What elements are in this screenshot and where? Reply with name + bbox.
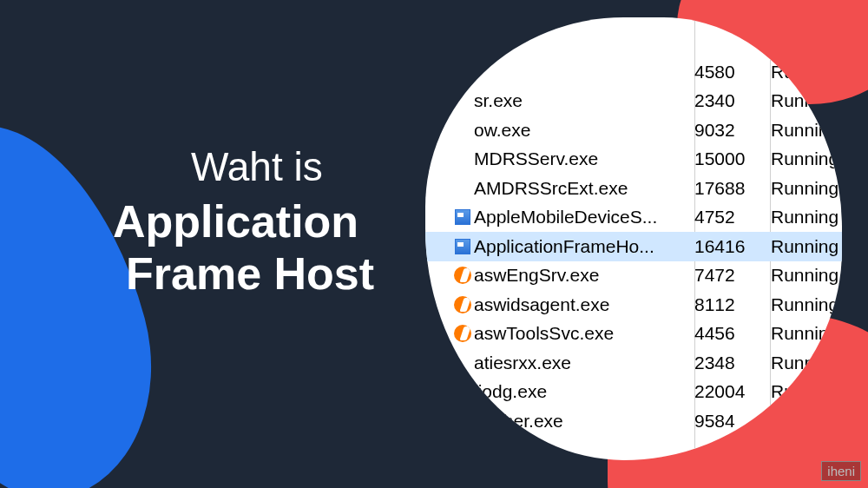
process-name: atiesrxx.exe (474, 353, 694, 373)
process-pid: 8112 (694, 294, 771, 315)
process-row[interactable]: aswidsagent.exe8112Running (425, 290, 842, 320)
process-pid: 22004 (694, 381, 771, 402)
process-row[interactable]: aswEngSrv.exe7472Running (425, 261, 842, 291)
process-name: sr.exe (474, 90, 694, 111)
process-row[interactable]: ApplicationFrameHo...16416Running (425, 232, 842, 261)
process-name: AppleMobileDeviceS... (474, 207, 694, 228)
process-row[interactable]: AppleMobileDeviceS...4752Running (425, 203, 842, 233)
process-row[interactable]: sr.exe2340Running (425, 87, 842, 116)
process-pid: 9032 (694, 120, 771, 141)
process-row[interactable]: MDRSServ.exe15000Running (425, 145, 842, 175)
title-line-2: Application (113, 195, 374, 247)
process-status: Running (771, 294, 842, 315)
process-pid: 15000 (694, 148, 771, 169)
process-status: Running (771, 265, 842, 286)
process-pid: 7472 (694, 265, 771, 286)
process-row[interactable]: atiesrxx.exe2348Runnin (425, 348, 842, 378)
process-row[interactable]: AMDRSSrcExt.exe17688Running (425, 174, 842, 203)
process-pid: 4456 (694, 323, 771, 344)
process-icon-cell (451, 325, 474, 342)
process-name: aswEngSrv.exe (474, 265, 694, 286)
process-pid: 4580 (694, 62, 771, 82)
process-name: aswToolsSvc.exe (474, 323, 694, 344)
title-line-1: Waht is (191, 143, 374, 190)
process-name: liodg.exe (474, 381, 694, 402)
process-name: ApplicationFrameHo... (474, 236, 694, 257)
process-pid: 2340 (694, 90, 771, 111)
process-name: aswidsagent.exe (474, 294, 694, 315)
process-status: Running (771, 207, 842, 228)
process-name: MDRSServ.exe (474, 148, 694, 169)
process-pid: 16416 (694, 236, 771, 257)
process-list: 4580Runnisr.exe2340Runningow.exe9032Runn… (425, 57, 842, 436)
process-status: Running (771, 148, 842, 169)
avast-icon (454, 296, 471, 313)
task-manager-window: 4580Runnisr.exe2340Runningow.exe9032Runn… (425, 17, 842, 460)
title-line-3: Frame Host (126, 247, 374, 300)
process-status: Running (771, 236, 842, 257)
process-pid: 2348 (694, 353, 771, 373)
window-app-icon (455, 209, 470, 225)
watermark: iheni (821, 461, 861, 481)
process-name: uncher.exe (474, 411, 694, 432)
avast-icon (454, 267, 471, 284)
process-status: Running (771, 120, 842, 141)
page-title: Waht is Application Frame Host (113, 143, 374, 300)
process-pid: 17688 (694, 178, 771, 199)
process-icon-cell (451, 296, 474, 313)
process-pid: 4752 (694, 207, 771, 228)
avast-icon (454, 325, 471, 342)
process-row[interactable]: aswToolsSvc.exe4456Running (425, 320, 842, 349)
window-app-icon (455, 239, 470, 254)
process-icon-cell (451, 267, 474, 284)
process-name: ow.exe (474, 120, 694, 141)
process-icon-cell (451, 239, 474, 254)
process-row[interactable]: ow.exe9032Running (425, 115, 842, 145)
process-status: Running (771, 178, 842, 199)
process-icon-cell (451, 209, 474, 225)
process-name: AMDRSSrcExt.exe (474, 178, 694, 199)
